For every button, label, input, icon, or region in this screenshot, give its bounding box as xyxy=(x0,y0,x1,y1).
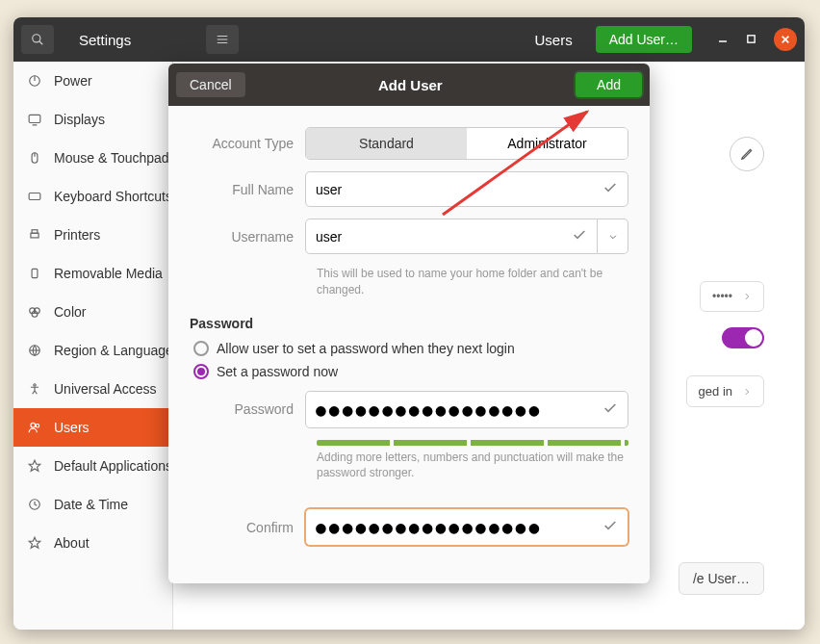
svg-rect-17 xyxy=(32,230,38,234)
password-label: Password xyxy=(190,401,305,417)
radio-label: Set a password now xyxy=(217,364,338,379)
password-input-wrap xyxy=(305,391,628,428)
check-icon xyxy=(572,227,587,245)
username-input[interactable] xyxy=(316,229,564,245)
strength-hint: Adding more letters, numbers and punctua… xyxy=(317,450,628,482)
minimize-icon xyxy=(717,33,729,44)
app-title: Settings xyxy=(79,32,194,48)
sidebar-item-label: Color xyxy=(54,304,86,320)
check-icon xyxy=(602,400,618,419)
svg-point-0 xyxy=(33,35,40,42)
mouse-icon xyxy=(27,150,42,166)
color-icon xyxy=(27,304,42,320)
sidebar-item-color[interactable]: Color xyxy=(13,293,172,331)
maximize-icon xyxy=(746,34,756,44)
admin-toggle-row xyxy=(722,327,764,348)
sidebar-item-users[interactable]: Users xyxy=(13,408,172,447)
add-user-dialog: Cancel Add User Add Account Type Standar… xyxy=(168,64,650,583)
sidebar-item-datetime[interactable]: Date & Time xyxy=(13,485,172,524)
remove-user-button[interactable]: /e User… xyxy=(679,562,764,595)
sidebar-item-label: Date & Time xyxy=(54,497,128,512)
radio-set-later[interactable]: Allow user to set a password when they n… xyxy=(190,341,628,356)
sidebar-item-default-apps[interactable]: Default Applications xyxy=(13,447,172,485)
fullname-label: Full Name xyxy=(190,182,305,197)
printer-icon xyxy=(27,227,42,243)
account-type-label: Account Type xyxy=(190,136,305,151)
account-type-row: Account Type Standard Administrator xyxy=(190,127,628,160)
sidebar-item-label: Displays xyxy=(54,112,105,127)
sidebar-item-label: Region & Language xyxy=(54,343,172,358)
password-row-bg[interactable]: ••••• xyxy=(700,281,764,312)
chevron-down-icon xyxy=(608,232,618,242)
keyboard-icon xyxy=(27,189,42,204)
sidebar-item-label: Mouse & Touchpad xyxy=(54,150,169,166)
svg-point-24 xyxy=(34,384,36,386)
chevron-right-icon xyxy=(742,292,752,301)
search-button[interactable] xyxy=(21,25,54,54)
svg-rect-6 xyxy=(748,36,755,42)
fullname-input[interactable] xyxy=(316,182,595,197)
sidebar-item-mouse[interactable]: Mouse & Touchpad xyxy=(13,139,172,177)
username-input-wrap xyxy=(305,219,598,254)
login-fragment: ged in xyxy=(699,384,732,399)
password-section-title: Password xyxy=(190,316,628,331)
sidebar-item-label: About xyxy=(54,535,90,551)
sidebar-item-keyboard[interactable]: Keyboard Shortcuts xyxy=(13,177,172,216)
sidebar-item-displays[interactable]: Displays xyxy=(13,100,172,139)
sidebar-item-label: Power xyxy=(54,73,92,89)
search-icon xyxy=(31,33,44,46)
radio-set-now[interactable]: Set a password now xyxy=(190,364,628,379)
sidebar-item-universal-access[interactable]: Universal Access xyxy=(13,370,172,408)
account-type-admin[interactable]: Administrator xyxy=(467,128,628,159)
fullname-row: Full Name xyxy=(190,171,628,207)
confirm-label: Confirm xyxy=(190,520,305,535)
sidebar-item-power[interactable]: Power xyxy=(13,62,172,100)
window-controls xyxy=(717,28,797,51)
svg-point-26 xyxy=(36,425,39,428)
pencil-icon xyxy=(740,147,754,161)
confirm-row: Confirm xyxy=(190,508,628,546)
radio-label: Allow user to set a password when they n… xyxy=(217,341,515,356)
username-combo xyxy=(305,219,628,254)
star-icon xyxy=(27,458,42,474)
username-label: Username xyxy=(190,229,305,245)
sidebar-item-label: Default Applications xyxy=(54,458,172,474)
username-row: Username xyxy=(190,219,628,254)
dialog-header: Cancel Add User Add xyxy=(168,64,650,106)
sidebar-item-removable-media[interactable]: Removable Media xyxy=(13,254,172,293)
clock-icon xyxy=(27,497,42,512)
close-icon xyxy=(781,35,790,44)
account-type-standard[interactable]: Standard xyxy=(306,128,467,159)
hamburger-icon xyxy=(216,33,229,46)
add-user-button[interactable]: Add User… xyxy=(596,26,692,53)
password-input[interactable] xyxy=(316,399,595,420)
confirm-input[interactable] xyxy=(316,517,595,537)
sidebar-item-about[interactable]: About xyxy=(13,524,172,562)
minimize-button[interactable] xyxy=(717,32,729,47)
page-title: Users xyxy=(534,32,572,48)
account-type-toggle: Standard Administrator xyxy=(305,127,628,160)
password-dots: ••••• xyxy=(712,290,732,303)
edit-profile-button[interactable] xyxy=(730,137,764,171)
sidebar-item-printers[interactable]: Printers xyxy=(13,216,172,254)
dialog-body: Account Type Standard Administrator Full… xyxy=(168,106,650,567)
admin-toggle[interactable] xyxy=(722,327,764,348)
username-dropdown-button[interactable] xyxy=(598,219,628,254)
globe-icon xyxy=(27,343,42,358)
password-strength-bar xyxy=(317,440,628,446)
close-button[interactable] xyxy=(774,28,797,51)
menu-button[interactable] xyxy=(206,25,239,54)
last-login-row[interactable]: ged in xyxy=(686,375,764,407)
password-row: Password xyxy=(190,391,628,428)
sidebar-item-region[interactable]: Region & Language xyxy=(13,331,172,370)
svg-rect-11 xyxy=(29,115,40,122)
maximize-button[interactable] xyxy=(746,32,756,47)
radio-icon xyxy=(193,341,209,356)
add-button[interactable]: Add xyxy=(576,72,642,97)
svg-rect-15 xyxy=(29,193,40,200)
sidebar[interactable]: Power Displays Mouse & Touchpad Keyboard… xyxy=(13,62,173,630)
svg-rect-18 xyxy=(32,269,38,277)
cancel-button[interactable]: Cancel xyxy=(176,72,245,97)
fullname-input-wrap xyxy=(305,171,628,207)
sidebar-item-label: Removable Media xyxy=(54,266,163,281)
